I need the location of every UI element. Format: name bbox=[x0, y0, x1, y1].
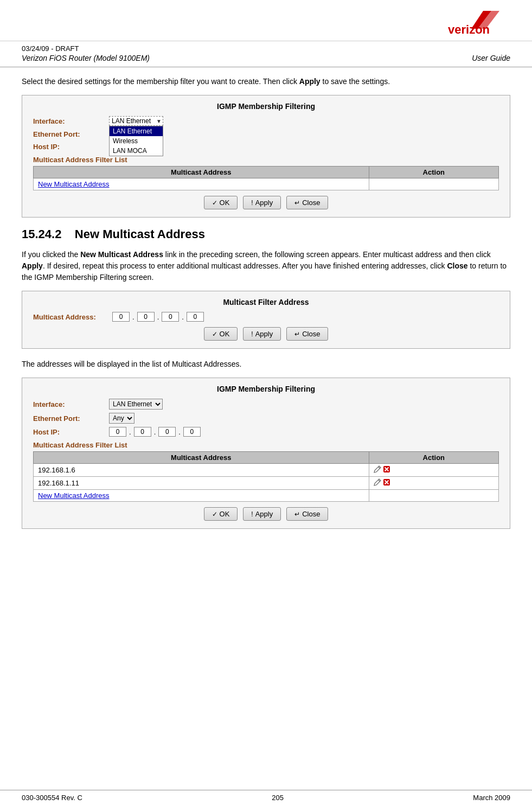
svg-line-5 bbox=[378, 480, 380, 482]
interface-row: Interface: LAN Ethernet ▼ LAN Ethernet W… bbox=[33, 116, 499, 126]
igmp2-col-multicast: Multicast Address bbox=[34, 452, 369, 464]
filter-list-label: Multicast Address Filter List bbox=[33, 156, 499, 164]
mfa-ip-inputs[interactable]: . . . bbox=[112, 312, 204, 322]
igmp2-ethernet-dropdown[interactable]: Any bbox=[109, 413, 134, 424]
mfa-close-button[interactable]: ↵ Close bbox=[286, 327, 328, 341]
table-row: 192.168.1.6 bbox=[34, 464, 499, 477]
edit-icon[interactable] bbox=[374, 478, 381, 486]
doc-title-right: User Guide bbox=[472, 54, 510, 62]
page-header: verizon bbox=[0, 0, 532, 41]
igmp2-row1-address: 192.168.1.6 bbox=[34, 464, 369, 477]
igmp-panel-2-title: IGMP Membership Filtering bbox=[33, 385, 499, 393]
new-multicast-link-2[interactable]: New Multicast Address bbox=[38, 491, 110, 500]
igmp2-row2-actions[interactable] bbox=[369, 477, 498, 490]
delete-icon[interactable] bbox=[383, 478, 390, 486]
igmp-panel-2: IGMP Membership Filtering Interface: LAN… bbox=[22, 378, 510, 529]
filter-list-section: Multicast Address Filter List Multicast … bbox=[33, 156, 499, 190]
verizon-logo-icon: verizon bbox=[440, 5, 510, 38]
col-action: Action bbox=[369, 167, 498, 178]
mfa-close-return-icon: ↵ bbox=[294, 330, 300, 338]
delete-icon[interactable] bbox=[383, 465, 390, 473]
igmp2-host-ip-row: Host IP: . . . bbox=[33, 427, 499, 437]
dropdown-option-wireless[interactable]: Wireless bbox=[110, 136, 163, 146]
igmp2-col-action: Action bbox=[369, 452, 498, 464]
table-row: New Multicast Address bbox=[34, 490, 499, 502]
mfa-apply-exclaim-icon: ! bbox=[251, 330, 253, 338]
igmp2-ip-octet-4[interactable] bbox=[183, 427, 201, 437]
igmp2-apply-button[interactable]: ! Apply bbox=[243, 507, 281, 521]
mfa-ip-dot-2: . bbox=[157, 313, 159, 321]
igmp2-row1-actions[interactable] bbox=[369, 464, 498, 477]
footer-center: 205 bbox=[272, 794, 284, 802]
igmp2-close-return-icon: ↵ bbox=[294, 510, 300, 518]
igmp2-ok-checkmark-icon: ✓ bbox=[212, 510, 217, 518]
igmp2-ip-dot-3: . bbox=[178, 428, 181, 436]
ethernet-port-label: Ethernet Port: bbox=[33, 129, 109, 138]
mfa-ip-dot-3: . bbox=[182, 313, 184, 321]
action-icons-row2[interactable] bbox=[374, 478, 390, 486]
mfa-ok-checkmark-icon: ✓ bbox=[212, 330, 217, 338]
main-content: Select the desired settings for the memb… bbox=[0, 67, 532, 547]
igmp2-filter-list-label: Multicast Address Filter List bbox=[33, 441, 499, 449]
mfa-address-label: Multicast Address: bbox=[33, 313, 109, 321]
host-ip-label: Host IP: bbox=[33, 142, 109, 151]
igmp2-host-ip-inputs[interactable]: . . . bbox=[109, 427, 201, 437]
igmp2-interface-label: Interface: bbox=[33, 400, 109, 408]
apply-exclaim-icon: ! bbox=[251, 199, 253, 207]
svg-text:verizon: verizon bbox=[448, 23, 490, 36]
col-multicast-address: Multicast Address bbox=[34, 167, 369, 178]
igmp2-interface-dropdown[interactable]: LAN Ethernet Wireless LAN MOCA bbox=[109, 399, 163, 410]
igmp2-ip-octet-2[interactable] bbox=[134, 427, 151, 437]
table-row: New Multicast Address bbox=[34, 178, 499, 190]
igmp2-button-row: ✓ OK ! Apply ↵ Close bbox=[33, 507, 499, 521]
host-ip-row: Host IP: . bbox=[33, 142, 499, 151]
igmp2-ip-octet-1[interactable] bbox=[109, 427, 126, 437]
igmp2-close-button[interactable]: ↵ Close bbox=[286, 507, 328, 521]
close-return-icon: ↵ bbox=[294, 199, 300, 207]
action-icons-row1[interactable] bbox=[374, 465, 390, 473]
dropdown-option-lan-ethernet[interactable]: LAN Ethernet bbox=[110, 126, 163, 136]
igmp2-interface-select[interactable]: LAN Ethernet Wireless LAN MOCA bbox=[109, 399, 163, 410]
new-multicast-link-1[interactable]: New Multicast Address bbox=[38, 180, 110, 188]
interface-dropdown-main[interactable]: LAN Ethernet ▼ bbox=[109, 116, 163, 126]
mfa-ok-button[interactable]: ✓ OK bbox=[204, 327, 238, 341]
igmp2-ip-dot-1: . bbox=[129, 428, 131, 436]
interface-dropdown[interactable]: LAN Ethernet ▼ LAN Ethernet Wireless LAN… bbox=[109, 116, 163, 126]
dropdown-option-lan-moca[interactable]: LAN MOCA bbox=[110, 146, 163, 156]
intro-paragraph-2: If you clicked the New Multicast Address… bbox=[22, 249, 510, 283]
panel1-ok-button[interactable]: ✓ OK bbox=[204, 196, 238, 209]
igmp2-ethernet-label: Ethernet Port: bbox=[33, 414, 109, 423]
panel1-apply-button[interactable]: ! Apply bbox=[243, 196, 281, 209]
igmp2-row2-address: 192.168.1.11 bbox=[34, 477, 369, 490]
multicast-filter-address-panel: Multicast Filter Address Multicast Addre… bbox=[22, 291, 510, 349]
interface-dropdown-list[interactable]: LAN Ethernet Wireless LAN MOCA bbox=[109, 126, 163, 156]
interface-label: Interface: bbox=[33, 116, 109, 125]
igmp2-ethernet-select[interactable]: Any bbox=[109, 413, 134, 424]
igmp2-ethernet-row: Ethernet Port: Any bbox=[33, 413, 499, 424]
mfa-ip-octet-4[interactable] bbox=[187, 312, 204, 322]
igmp-panel-1: IGMP Membership Filtering Interface: LAN… bbox=[22, 95, 510, 218]
intro-paragraph-1: Select the desired settings for the memb… bbox=[22, 76, 510, 87]
table-row: 192.168.1.11 bbox=[34, 477, 499, 490]
igmp2-ip-dot-2: . bbox=[154, 428, 156, 436]
igmp2-ok-button[interactable]: ✓ OK bbox=[204, 507, 238, 521]
ethernet-port-row: Ethernet Port: bbox=[33, 129, 499, 138]
mfa-ip-octet-3[interactable] bbox=[162, 312, 179, 322]
igmp-panel-1-title: IGMP Membership Filtering bbox=[33, 102, 499, 111]
filter-table-2: Multicast Address Action 192.168.1.6 bbox=[33, 451, 499, 502]
filter-table-1: Multicast Address Action New Multicast A… bbox=[33, 166, 499, 190]
mfa-ip-octet-1[interactable] bbox=[112, 312, 130, 322]
mfa-panel-title: Multicast Filter Address bbox=[33, 298, 499, 306]
doc-title-left: Verizon FiOS Router (Model 9100EM) bbox=[22, 54, 150, 62]
panel1-close-button[interactable]: ↵ Close bbox=[286, 196, 328, 209]
igmp2-filter-list-section: Multicast Address Filter List Multicast … bbox=[33, 441, 499, 502]
mfa-ip-dot-1: . bbox=[132, 313, 134, 321]
igmp2-ip-octet-3[interactable] bbox=[158, 427, 176, 437]
mfa-address-row: Multicast Address: . . . bbox=[33, 312, 499, 322]
dropdown-arrow-icon: ▼ bbox=[156, 118, 162, 124]
addresses-text: The addresses will be displayed in the l… bbox=[22, 359, 510, 370]
mfa-apply-button[interactable]: ! Apply bbox=[243, 327, 281, 341]
interface-value[interactable]: LAN Ethernet ▼ LAN Ethernet Wireless LAN… bbox=[109, 116, 163, 126]
mfa-ip-octet-2[interactable] bbox=[137, 312, 155, 322]
edit-icon[interactable] bbox=[374, 465, 381, 473]
